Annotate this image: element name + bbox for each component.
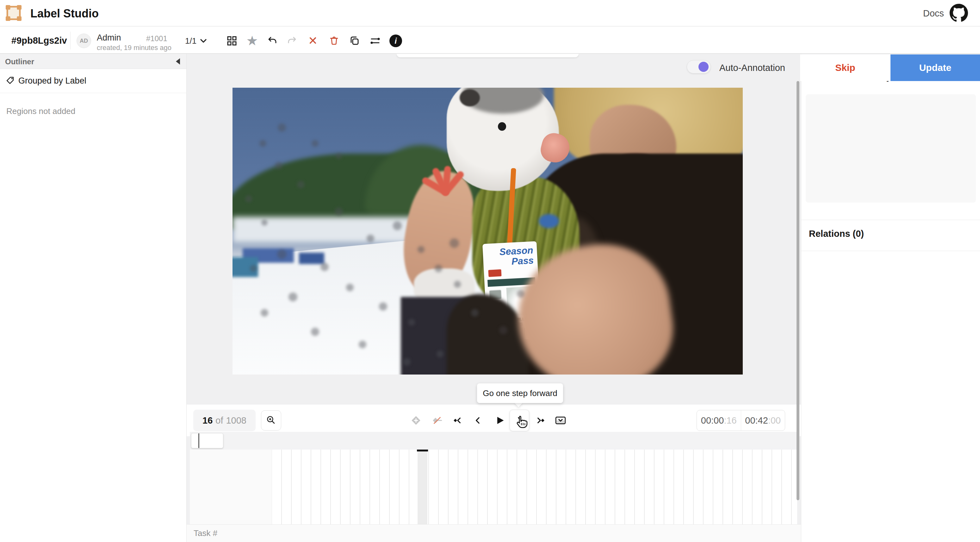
duplicate-icon [349,35,360,46]
outliner-header: Outliner [0,54,186,69]
video-background-structure [299,253,325,264]
grid-view-button[interactable] [223,32,241,50]
grid-icon [226,35,237,46]
chevron-down-icon[interactable] [199,36,208,46]
vertical-scrollbar[interactable] [797,81,799,500]
auto-annotation-toggle[interactable] [687,60,711,73]
badge-title: SeasonPass [499,245,534,267]
collapse-timeline-button[interactable] [552,411,570,429]
total-time: 00:42:00 [741,410,785,430]
play-button[interactable] [491,411,509,429]
timeline-playhead[interactable] [418,450,427,524]
add-keypoint-button[interactable] [407,411,425,429]
timeline-frames-grid[interactable] [272,450,797,524]
info-button[interactable]: i [387,32,404,50]
frame-of-label: of [215,415,223,426]
details-panel: Details Annotation History #1001 Relatio… [801,54,980,542]
minimap-viewport[interactable] [191,433,223,448]
annotation-workspace: SeasonPass RATATOUILLEBOWERS Go one step… [187,54,801,542]
relations-title[interactable]: Relations (0) [809,229,864,239]
undo-icon [267,35,277,46]
previous-frame-button[interactable] [469,411,487,429]
chevron-left-icon [473,415,483,426]
step-forward-tooltip: Go one step forward [477,383,563,403]
video-controls-bar: 16 of 1008 [187,405,801,436]
auto-annotation-label: Auto-Annotation [719,63,785,73]
zoom-button[interactable] [261,410,281,430]
top-header: Label Studio Docs [0,0,980,27]
frame-current[interactable]: 16 [202,415,213,426]
star-icon: ★ [246,34,258,48]
redo-icon [287,35,298,46]
user-avatar[interactable]: AD [76,33,91,48]
collapse-timeline-icon [555,415,566,426]
next-keypoint-button[interactable] [531,411,549,429]
diamond-plus-icon [410,415,422,426]
keypoint-disabled-icon [431,415,443,426]
tag-icon [6,76,14,85]
undo-button[interactable] [263,32,281,50]
video-frame[interactable]: SeasonPass RATATOUILLEBOWERS [232,88,743,375]
app-title: Label Studio [30,7,99,20]
close-icon: ✕ [308,35,318,46]
reject-annotation-button[interactable]: ✕ [304,32,322,50]
divider [801,220,980,220]
grouping-label: Grouped by Label [18,76,86,86]
hand-cursor-icon [515,415,529,429]
annotation-toolbar: #9pb8Lgs2iv AD Admin #1001 created, 19 m… [0,27,980,54]
time-display: 00:00:16 00:42:00 [697,410,785,431]
annotation-id: #1001 [146,34,167,43]
regions-empty-note: Regions not added [6,106,75,116]
opossum-paw [424,163,465,208]
playhead-handle[interactable] [417,450,428,451]
outliner-title: Outliner [5,57,34,66]
info-icon: i [390,35,402,47]
label-studio-app: Label Studio Docs #9pb8Lgs2iv AD Admin #… [0,0,980,542]
outliner-panel: Outliner Grouped by Label Regions not ad… [0,54,187,542]
sweater-fleck [539,214,559,228]
transfer-annotation-button[interactable] [366,32,384,50]
opossum-ear [460,89,480,106]
frame-counter[interactable]: 16 of 1008 [193,410,256,431]
redo-button[interactable] [283,32,301,50]
opossum-eye [498,122,506,131]
play-icon [495,415,505,426]
video-background-structure [232,257,258,277]
lens-droplets [232,88,236,91]
collapse-left-icon[interactable] [176,58,180,65]
current-time[interactable]: 00:00:16 [697,410,741,430]
docs-link[interactable]: Docs [923,8,944,19]
duplicate-annotation-button[interactable] [346,32,363,50]
frame-total: 1008 [226,415,247,426]
grouping-selector[interactable]: Grouped by Label [0,69,186,93]
minimap-playhead [198,434,199,448]
annotation-pager: 1/1 [185,36,196,46]
prev-keypoint-icon [453,415,463,426]
timeline-minimap[interactable] [190,432,797,450]
trash-icon [329,35,339,46]
skip-button[interactable]: Skip [800,54,891,81]
github-icon[interactable] [950,4,968,22]
badge-year-mark [488,269,501,277]
task-footer: Task # [187,524,801,542]
floating-toolbar-edge [397,54,579,57]
annotation-history-empty [806,94,976,202]
update-button[interactable]: Update [891,54,980,81]
user-name: Admin [97,33,121,43]
label-studio-logo-icon [6,5,22,21]
previous-keypoint-button[interactable] [449,411,467,429]
next-keypoint-icon [535,415,545,426]
task-label: Task # [194,528,217,538]
transfer-icon [369,35,381,46]
timeline-labels-column [190,450,272,524]
divider [801,251,980,251]
toggle-knob [698,62,709,72]
magnifier-plus-icon [266,415,277,426]
timeline [190,450,797,524]
interpolation-toggle-button[interactable] [428,411,446,429]
created-timestamp: created, 19 minutes ago [97,44,172,52]
star-button[interactable]: ★ [243,32,261,50]
task-id: #9pb8Lgs2iv [11,35,67,46]
delete-annotation-button[interactable] [325,32,343,50]
